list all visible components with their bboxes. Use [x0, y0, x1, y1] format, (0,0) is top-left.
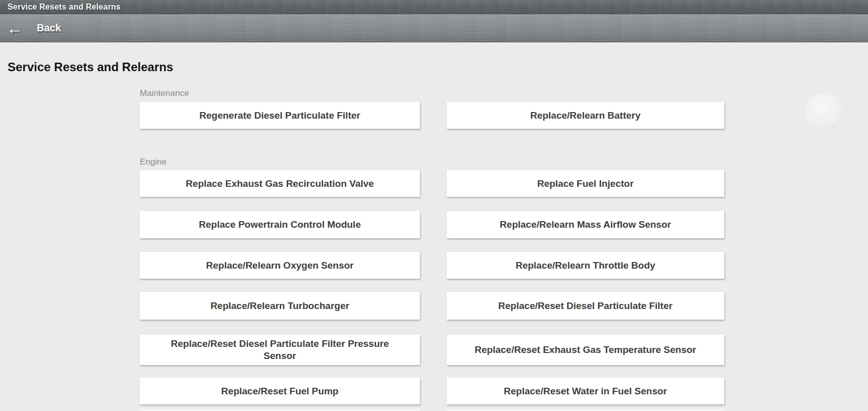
page-title: Service Resets and Relearns — [8, 60, 173, 74]
back-button-label: Back — [37, 22, 61, 34]
left-arrow-icon: ← — [7, 20, 23, 36]
btn-fuel-pump[interactable]: Replace/Reset Fuel Pump — [140, 378, 420, 404]
btn-relearn-battery[interactable]: Replace/Relearn Battery — [447, 102, 724, 129]
btn-oxygen-sensor[interactable]: Replace/Relearn Oxygen Sensor — [140, 252, 420, 279]
btn-partial-next-row-right[interactable] — [447, 409, 724, 411]
section-label-engine: Engine — [140, 157, 167, 167]
btn-turbocharger[interactable]: Replace/Relearn Turbocharger — [140, 292, 420, 320]
btn-dpf-pressure-sensor[interactable]: Replace/Reset Diesel Particulate Filter … — [140, 335, 420, 365]
btn-exhaust-gas-temperature-sensor[interactable]: Replace/Reset Exhaust Gas Temperature Se… — [447, 335, 724, 365]
section-label-maintenance: Maintenance — [140, 88, 189, 98]
btn-mass-airflow-sensor[interactable]: Replace/Relearn Mass Airflow Sensor — [447, 211, 724, 238]
titlebar: Service Resets and Relearns — [0, 0, 868, 14]
btn-egr-valve[interactable]: Replace Exhaust Gas Recirculation Valve — [140, 170, 420, 197]
btn-powertrain-control-module[interactable]: Replace Powertrain Control Module — [140, 211, 420, 238]
btn-partial-next-row-left[interactable] — [140, 409, 420, 411]
btn-throttle-body[interactable]: Replace/Relearn Throttle Body — [447, 252, 724, 279]
back-navbar: ← Back — [0, 14, 868, 42]
btn-regenerate-dpf[interactable]: Regenerate Diesel Particulate Filter — [140, 102, 420, 129]
btn-reset-dpf[interactable]: Replace/Reset Diesel Particulate Filter — [447, 292, 724, 320]
floating-ball-button[interactable] — [805, 92, 844, 131]
btn-fuel-injector[interactable]: Replace Fuel Injector — [447, 170, 724, 197]
titlebar-title: Service Resets and Relearns — [8, 3, 121, 12]
back-button[interactable]: ← Back — [7, 20, 61, 36]
app-screen: Service Resets and Relearns ← Back Servi… — [0, 0, 868, 411]
content-area: Service Resets and Relearns Maintenance … — [0, 43, 868, 411]
btn-water-in-fuel-sensor[interactable]: Replace/Reset Water in Fuel Sensor — [447, 378, 724, 404]
